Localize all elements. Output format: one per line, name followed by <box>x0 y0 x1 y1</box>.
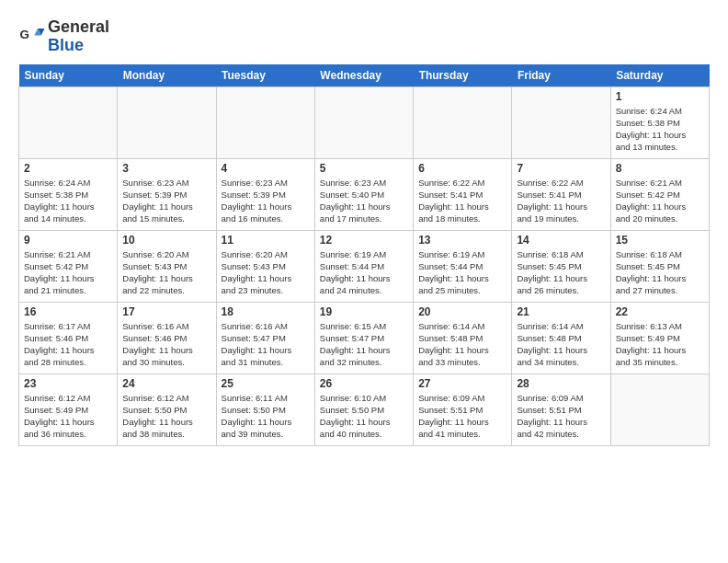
day-number: 13 <box>418 234 506 247</box>
day-info: Sunrise: 6:14 AM Sunset: 5:48 PM Dayligh… <box>517 320 605 369</box>
calendar-table: Sunday Monday Tuesday Wednesday Thursday… <box>18 64 710 446</box>
table-row <box>216 86 314 158</box>
table-row: 13Sunrise: 6:19 AM Sunset: 5:44 PM Dayli… <box>414 230 512 302</box>
day-number: 7 <box>517 162 605 175</box>
logo: G General Blue <box>18 18 109 55</box>
table-row <box>314 86 413 158</box>
day-info: Sunrise: 6:20 AM Sunset: 5:43 PM Dayligh… <box>222 248 310 297</box>
col-monday: Monday <box>118 64 216 87</box>
table-row: 22Sunrise: 6:13 AM Sunset: 5:49 PM Dayli… <box>610 302 709 373</box>
day-number: 18 <box>222 305 310 318</box>
day-info: Sunrise: 6:09 AM Sunset: 5:51 PM Dayligh… <box>418 392 506 441</box>
day-info: Sunrise: 6:23 AM Sunset: 5:39 PM Dayligh… <box>222 177 310 225</box>
calendar-week-row: 23Sunrise: 6:12 AM Sunset: 5:49 PM Dayli… <box>19 373 710 445</box>
day-info: Sunrise: 6:16 AM Sunset: 5:46 PM Dayligh… <box>122 320 210 369</box>
col-sunday: Sunday <box>19 64 118 87</box>
logo-general: General <box>48 17 109 36</box>
day-number: 26 <box>320 377 408 390</box>
day-info: Sunrise: 6:24 AM Sunset: 5:38 PM Dayligh… <box>24 177 112 225</box>
day-number: 11 <box>222 234 310 247</box>
day-info: Sunrise: 6:19 AM Sunset: 5:44 PM Dayligh… <box>418 248 506 297</box>
table-row: 19Sunrise: 6:15 AM Sunset: 5:47 PM Dayli… <box>314 302 413 373</box>
table-row: 15Sunrise: 6:18 AM Sunset: 5:45 PM Dayli… <box>610 230 709 302</box>
day-info: Sunrise: 6:12 AM Sunset: 5:49 PM Dayligh… <box>24 392 112 441</box>
svg-text:G: G <box>20 27 30 40</box>
day-number: 2 <box>24 162 112 175</box>
day-info: Sunrise: 6:15 AM Sunset: 5:47 PM Dayligh… <box>320 320 408 369</box>
day-info: Sunrise: 6:18 AM Sunset: 5:45 PM Dayligh… <box>616 248 704 297</box>
day-info: Sunrise: 6:19 AM Sunset: 5:44 PM Dayligh… <box>320 248 408 297</box>
table-row: 8Sunrise: 6:21 AM Sunset: 5:42 PM Daylig… <box>610 158 709 230</box>
day-info: Sunrise: 6:09 AM Sunset: 5:51 PM Dayligh… <box>517 392 605 441</box>
day-number: 6 <box>418 162 506 175</box>
col-wednesday: Wednesday <box>314 64 413 87</box>
day-info: Sunrise: 6:11 AM Sunset: 5:50 PM Dayligh… <box>222 392 310 441</box>
table-row: 10Sunrise: 6:20 AM Sunset: 5:43 PM Dayli… <box>118 230 216 302</box>
table-row: 6Sunrise: 6:22 AM Sunset: 5:41 PM Daylig… <box>414 158 512 230</box>
day-number: 24 <box>122 377 210 390</box>
table-row: 20Sunrise: 6:14 AM Sunset: 5:48 PM Dayli… <box>414 302 512 373</box>
day-info: Sunrise: 6:14 AM Sunset: 5:48 PM Dayligh… <box>418 320 506 369</box>
day-number: 8 <box>616 162 704 175</box>
table-row: 26Sunrise: 6:10 AM Sunset: 5:50 PM Dayli… <box>314 373 413 445</box>
col-tuesday: Tuesday <box>216 64 314 87</box>
day-info: Sunrise: 6:13 AM Sunset: 5:49 PM Dayligh… <box>616 320 704 369</box>
logo-blue: Blue <box>48 36 84 54</box>
day-number: 3 <box>122 162 210 175</box>
table-row <box>19 86 118 158</box>
day-info: Sunrise: 6:22 AM Sunset: 5:41 PM Dayligh… <box>418 177 506 225</box>
day-info: Sunrise: 6:18 AM Sunset: 5:45 PM Dayligh… <box>517 248 605 297</box>
table-row <box>512 86 610 158</box>
day-info: Sunrise: 6:20 AM Sunset: 5:43 PM Dayligh… <box>122 248 210 297</box>
day-info: Sunrise: 6:23 AM Sunset: 5:39 PM Dayligh… <box>122 177 210 225</box>
day-info: Sunrise: 6:23 AM Sunset: 5:40 PM Dayligh… <box>320 177 408 225</box>
day-number: 10 <box>122 234 210 247</box>
day-info: Sunrise: 6:17 AM Sunset: 5:46 PM Dayligh… <box>24 320 112 369</box>
table-row: 27Sunrise: 6:09 AM Sunset: 5:51 PM Dayli… <box>414 373 512 445</box>
day-number: 20 <box>418 305 506 318</box>
calendar-week-row: 9Sunrise: 6:21 AM Sunset: 5:42 PM Daylig… <box>19 230 710 302</box>
day-info: Sunrise: 6:22 AM Sunset: 5:41 PM Dayligh… <box>517 177 605 225</box>
table-row: 12Sunrise: 6:19 AM Sunset: 5:44 PM Dayli… <box>314 230 413 302</box>
day-number: 17 <box>122 305 210 318</box>
table-row: 17Sunrise: 6:16 AM Sunset: 5:46 PM Dayli… <box>118 302 216 373</box>
table-row <box>610 373 709 445</box>
table-row: 25Sunrise: 6:11 AM Sunset: 5:50 PM Dayli… <box>216 373 314 445</box>
table-row: 24Sunrise: 6:12 AM Sunset: 5:50 PM Dayli… <box>118 373 216 445</box>
day-number: 27 <box>418 377 506 390</box>
page-container: G General Blue Sunday Monday Tues <box>0 0 728 455</box>
day-number: 19 <box>320 305 408 318</box>
table-row: 1Sunrise: 6:24 AM Sunset: 5:38 PM Daylig… <box>610 86 709 158</box>
day-number: 14 <box>517 234 605 247</box>
table-row: 4Sunrise: 6:23 AM Sunset: 5:39 PM Daylig… <box>216 158 314 230</box>
day-number: 5 <box>320 162 408 175</box>
calendar-header-row: Sunday Monday Tuesday Wednesday Thursday… <box>19 64 710 87</box>
col-thursday: Thursday <box>414 64 512 87</box>
table-row: 5Sunrise: 6:23 AM Sunset: 5:40 PM Daylig… <box>314 158 413 230</box>
table-row: 21Sunrise: 6:14 AM Sunset: 5:48 PM Dayli… <box>512 302 610 373</box>
col-saturday: Saturday <box>610 64 709 87</box>
day-info: Sunrise: 6:21 AM Sunset: 5:42 PM Dayligh… <box>616 177 704 225</box>
day-number: 23 <box>24 377 112 390</box>
day-number: 4 <box>222 162 310 175</box>
calendar-week-row: 16Sunrise: 6:17 AM Sunset: 5:46 PM Dayli… <box>19 302 710 373</box>
calendar-week-row: 2Sunrise: 6:24 AM Sunset: 5:38 PM Daylig… <box>19 158 710 230</box>
logo-icon: G <box>18 23 46 51</box>
table-row: 14Sunrise: 6:18 AM Sunset: 5:45 PM Dayli… <box>512 230 610 302</box>
day-number: 12 <box>320 234 408 247</box>
table-row: 3Sunrise: 6:23 AM Sunset: 5:39 PM Daylig… <box>118 158 216 230</box>
table-row: 7Sunrise: 6:22 AM Sunset: 5:41 PM Daylig… <box>512 158 610 230</box>
day-number: 1 <box>616 90 704 103</box>
col-friday: Friday <box>512 64 610 87</box>
table-row: 28Sunrise: 6:09 AM Sunset: 5:51 PM Dayli… <box>512 373 610 445</box>
day-number: 15 <box>616 234 704 247</box>
day-number: 9 <box>24 234 112 247</box>
calendar-week-row: 1Sunrise: 6:24 AM Sunset: 5:38 PM Daylig… <box>19 86 710 158</box>
day-info: Sunrise: 6:12 AM Sunset: 5:50 PM Dayligh… <box>122 392 210 441</box>
table-row: 9Sunrise: 6:21 AM Sunset: 5:42 PM Daylig… <box>19 230 118 302</box>
table-row <box>414 86 512 158</box>
day-number: 28 <box>517 377 605 390</box>
day-number: 25 <box>222 377 310 390</box>
table-row: 11Sunrise: 6:20 AM Sunset: 5:43 PM Dayli… <box>216 230 314 302</box>
day-info: Sunrise: 6:24 AM Sunset: 5:38 PM Dayligh… <box>616 105 704 154</box>
